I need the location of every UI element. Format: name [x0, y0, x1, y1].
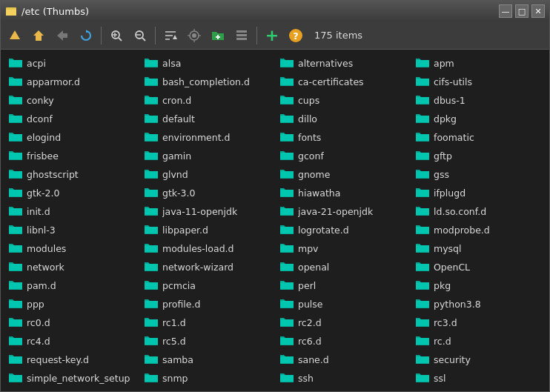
item-name: rc6.d	[298, 336, 322, 347]
zoom-in-button[interactable]	[105, 24, 127, 47]
list-item[interactable]: conky	[4, 91, 139, 110]
list-item[interactable]: ld.so.conf.d	[411, 202, 546, 221]
list-item[interactable]: rc4.d	[4, 332, 139, 351]
list-item[interactable]: mpv	[275, 239, 411, 258]
back-button[interactable]	[51, 24, 73, 47]
up-button[interactable]	[4, 24, 26, 47]
list-item[interactable]: ssh	[275, 369, 411, 388]
list-item[interactable]: gtk-2.0	[4, 184, 139, 202]
zoom-out-button[interactable]	[129, 24, 151, 47]
list-item[interactable]: pam.d	[4, 276, 139, 295]
list-item[interactable]: pcmcia	[139, 276, 275, 295]
list-item[interactable]: modprobe.d	[411, 221, 546, 239]
list-item[interactable]: foomatic	[411, 128, 546, 147]
list-item[interactable]: sane.d	[275, 351, 411, 369]
list-item[interactable]: network-wizard	[139, 258, 275, 276]
list-item[interactable]: ghostscript	[4, 165, 139, 184]
list-item[interactable]: request-key.d	[4, 351, 139, 369]
view-toggle-button[interactable]	[183, 24, 205, 47]
list-item[interactable]: rc3.d	[411, 313, 546, 332]
list-item[interactable]: gftp	[411, 147, 546, 165]
list-item[interactable]: libpaper.d	[139, 221, 275, 239]
list-item[interactable]: samba	[139, 351, 275, 369]
list-item[interactable]: ca-certificates	[275, 73, 411, 91]
list-item[interactable]: logrotate.d	[275, 221, 411, 239]
list-item[interactable]: gtk-3.0	[139, 184, 275, 202]
home-button[interactable]	[27, 24, 50, 47]
list-item[interactable]: init.d	[4, 202, 139, 221]
list-item[interactable]: glvnd	[139, 165, 275, 184]
list-item[interactable]: mysql	[411, 239, 546, 258]
list-item[interactable]: java-21-openjdk	[275, 202, 411, 221]
list-item[interactable]: alternatives	[275, 54, 411, 73]
list-item[interactable]: gnome	[275, 165, 411, 184]
item-name: ppp	[27, 299, 44, 310]
list-item[interactable]: rc.d	[411, 332, 546, 351]
add-button[interactable]: +	[261, 24, 283, 47]
list-item[interactable]: ppp	[4, 295, 139, 313]
list-item[interactable]: dconf	[4, 110, 139, 128]
list-item[interactable]: apm	[411, 54, 546, 73]
list-item[interactable]: elogind	[4, 128, 139, 147]
list-item[interactable]: hiawatha	[275, 184, 411, 202]
folder-icon	[415, 353, 430, 367]
list-item[interactable]: perl	[275, 276, 411, 295]
list-item[interactable]: snmp	[139, 369, 275, 388]
list-item[interactable]: sysctl.d	[4, 388, 139, 391]
list-item[interactable]: ifplugd	[411, 184, 546, 202]
list-item[interactable]: sysfs.d	[139, 388, 275, 391]
file-area[interactable]: acpi alsa alternatives	[1, 50, 549, 391]
list-item[interactable]: gss	[411, 165, 546, 184]
new-folder-button[interactable]	[207, 24, 229, 47]
list-item[interactable]: alsa	[139, 54, 275, 73]
list-item[interactable]: rc1.d	[139, 313, 275, 332]
close-button[interactable]: ✕	[531, 4, 545, 18]
list-item[interactable]: network	[4, 258, 139, 276]
list-view-button[interactable]	[231, 24, 253, 47]
list-item[interactable]: terminfo	[275, 388, 411, 391]
list-item[interactable]: openal	[275, 258, 411, 276]
list-item[interactable]: modules	[4, 239, 139, 258]
list-item[interactable]: cron.d	[139, 91, 275, 110]
list-item[interactable]: dillo	[275, 110, 411, 128]
list-item[interactable]: security	[411, 351, 546, 369]
list-item[interactable]: rc6.d	[275, 332, 411, 351]
list-item[interactable]: frisbee	[4, 147, 139, 165]
list-item[interactable]: bash_completion.d	[139, 73, 275, 91]
maximize-button[interactable]: □	[515, 4, 529, 18]
list-item[interactable]: OpenCL	[411, 258, 546, 276]
list-item[interactable]: gconf	[275, 147, 411, 165]
list-item[interactable]: dbus-1	[411, 91, 546, 110]
list-item[interactable]: modules-load.d	[139, 239, 275, 258]
list-item[interactable]: apparmor.d	[4, 73, 139, 91]
sort-button[interactable]	[159, 24, 182, 47]
item-name: apm	[434, 58, 454, 69]
list-item[interactable]: cups	[275, 91, 411, 110]
item-name: ifplugd	[434, 187, 465, 199]
list-item[interactable]: gamin	[139, 147, 275, 165]
list-item[interactable]: udev	[411, 388, 546, 391]
item-name: modules	[27, 243, 66, 254]
list-item[interactable]: pkg	[411, 276, 546, 295]
list-item[interactable]: fonts	[275, 128, 411, 147]
minimize-button[interactable]: —	[499, 4, 512, 18]
list-item[interactable]: rc5.d	[139, 332, 275, 351]
list-item[interactable]: python3.8	[411, 295, 546, 313]
list-item[interactable]: simple_network_setup	[4, 369, 139, 388]
item-name: bash_completion.d	[162, 76, 250, 87]
list-item[interactable]: rc2.d	[275, 313, 411, 332]
list-item[interactable]: default	[139, 110, 275, 128]
list-item[interactable]: dpkg	[411, 110, 546, 128]
list-item[interactable]: pulse	[275, 295, 411, 313]
folder-icon	[144, 205, 159, 219]
list-item[interactable]: rc0.d	[4, 313, 139, 332]
list-item[interactable]: profile.d	[139, 295, 275, 313]
list-item[interactable]: cifs-utils	[411, 73, 546, 91]
list-item[interactable]: environment.d	[139, 128, 275, 147]
list-item[interactable]: libnl-3	[4, 221, 139, 239]
help-button[interactable]: ?	[285, 24, 307, 47]
refresh-button[interactable]	[75, 24, 97, 47]
list-item[interactable]: ssl	[411, 369, 546, 388]
list-item[interactable]: java-11-openjdk	[139, 202, 275, 221]
list-item[interactable]: acpi	[4, 54, 139, 73]
